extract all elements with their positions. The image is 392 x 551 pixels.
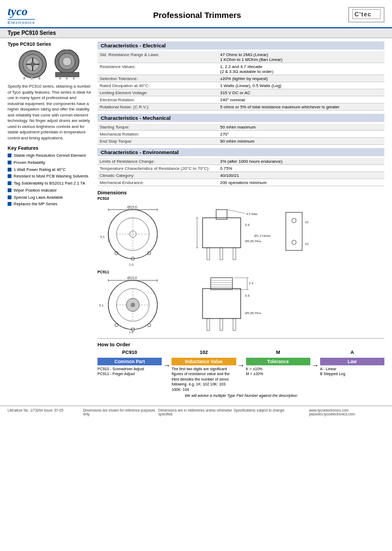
svg-point-48 <box>292 240 296 244</box>
row-label: Limiting Element Voltage: <box>97 89 218 96</box>
features-list: Stable High Resolution Cermet ElementPro… <box>8 153 92 207</box>
svg-text:5.1: 5.1 <box>100 235 105 238</box>
row-label: Selection Tolerance: <box>97 75 218 82</box>
svg-rect-37 <box>233 248 236 260</box>
hto-part1-label: PC910 <box>97 350 162 355</box>
row-value: 3% (after 1000 hours endurance) <box>218 158 384 165</box>
table-row: Selection Tolerance:±20% (tighter by req… <box>97 75 384 82</box>
svg-text:5.1: 5.1 <box>99 304 104 307</box>
svg-rect-66 <box>203 289 241 319</box>
svg-text:Ø0.80 Pins: Ø0.80 Pins <box>245 311 261 315</box>
feature-bullet <box>8 188 11 192</box>
svg-rect-73 <box>220 319 223 330</box>
environmental-header: Characteristics - Environmental <box>97 148 384 156</box>
page-title: Professional Trimmers <box>46 10 348 20</box>
feature-item: Replaces the MP Series <box>8 201 92 207</box>
feature-item: Proven Reliability <box>8 160 92 166</box>
svg-rect-74 <box>233 319 236 330</box>
table-row: Std. Resistance Range & Laws:47 Ohms to … <box>97 51 384 63</box>
hto-title: How to Order <box>97 341 384 347</box>
pc910-drawings: Ø15.0 5.1 1.0 <box>97 201 384 267</box>
svg-text:Ø15.0: Ø15.0 <box>127 205 137 209</box>
list-item: A - Linear <box>320 366 384 371</box>
page-header: tyco Electronics Professional Trimmers C… <box>0 0 392 28</box>
svg-point-13 <box>63 57 71 66</box>
product-description: Specify the PC910 series, obtaining a nu… <box>8 84 92 141</box>
svg-rect-9 <box>31 77 33 79</box>
svg-rect-16 <box>66 77 68 79</box>
list-item: M = ±20% <box>246 371 310 376</box>
list-item: PC911 - Finger Adjust <box>97 371 162 376</box>
svg-point-47 <box>292 218 296 223</box>
table-row: End Stop Torque:90 mNm minimum <box>97 138 384 145</box>
hto-inductance-box: Inductance Value <box>171 358 236 365</box>
hto-col4: Law A - LinearB Stepped Log <box>320 358 384 377</box>
hto-col2: Inductance Value The first two digits ar… <box>171 358 236 392</box>
hto-col1-label-container: PC910 <box>97 350 162 356</box>
svg-point-65 <box>148 323 151 327</box>
feature-text: Tag Solderability to BS2011 Part 2.1 TA <box>14 181 85 186</box>
product-images <box>8 50 92 79</box>
pc911-top-drawing: Ø15.0 5.1 1.0 <box>97 275 182 335</box>
table-row: Limits of Resistance Change:3% (after 10… <box>97 158 384 165</box>
feature-bullet <box>8 195 11 199</box>
svg-point-63 <box>115 323 118 327</box>
electrical-header: Characteristics - Electrical <box>97 41 384 50</box>
product-image-side <box>52 50 82 79</box>
svg-text:C'tec: C'tec <box>354 11 371 17</box>
footer-col4: Specifications subject to change. <box>234 408 309 416</box>
tyco-logo: tyco <box>8 4 28 19</box>
row-value: 315 V DC or AC <box>218 89 384 96</box>
row-value: ±20% (tighter by request) <box>218 75 384 82</box>
type-series-bar: Type PC910 Series <box>0 28 392 38</box>
electrical-table: Std. Resistance Range & Laws:47 Ohms to … <box>97 51 384 111</box>
electronics-label: Electronics <box>8 19 35 25</box>
row-value: 5 ohms or 5% of total resistance maximum… <box>218 103 384 111</box>
svg-text:4.5 Max: 4.5 Max <box>246 212 258 216</box>
svg-rect-10 <box>39 77 40 79</box>
pc911-dim-label: PC911 <box>97 270 384 274</box>
svg-rect-33 <box>203 218 241 248</box>
hto-col1: Common Part PC910 - Screwdriver AdjustPC… <box>97 358 162 377</box>
row-value: 47 Ohms to 2MΩ (Linear)1 KOhm to 1 MOhm … <box>218 51 384 63</box>
table-row: Rated Dissipation at 40°C:1 Watts (Linea… <box>97 82 384 89</box>
svg-text:Ø15.0: Ø15.0 <box>127 276 137 280</box>
hto-col1-desc: PC910 - Screwdriver AdjustPC911 - Finger… <box>97 366 162 377</box>
svg-text:6.9: 6.9 <box>245 223 250 226</box>
svg-text:10: 10 <box>305 221 309 224</box>
feature-text: Proven Reliability <box>14 160 45 166</box>
hto-law-box: Law <box>320 358 384 365</box>
table-row: Mechanical Endurance:200 operations mini… <box>97 179 384 186</box>
row-value: 90 mNm minimum <box>218 138 384 145</box>
hto-col3-label-container: M <box>246 350 310 356</box>
svg-text:6.9: 6.9 <box>245 294 250 297</box>
row-label: Std. Resistance Range & Laws: <box>97 51 218 63</box>
hto-part-labels: PC910 102 M A <box>97 350 384 356</box>
footer-col1: Literature No. 1/73264 Issue: 07-05 <box>8 408 83 416</box>
feature-bullet <box>8 168 11 172</box>
row-value: 40/100/21 <box>218 172 384 179</box>
hto-common-part-box: Common Part <box>97 358 162 365</box>
table-row: Resistance Values:1, 2.2 and 4.7 /decade… <box>97 63 384 75</box>
svg-rect-17 <box>73 77 75 79</box>
feature-bullet <box>8 161 11 164</box>
pc910-cross-drawing: 10 10 <box>278 201 321 267</box>
svg-rect-36 <box>220 248 223 260</box>
feature-bullet <box>8 174 11 178</box>
hto-note: We will advise a multiple Type Part Numb… <box>97 394 384 397</box>
hto-col3: Tolerance K = ±10%M = ±20% <box>246 358 310 377</box>
hto-col4-desc: A - LinearB Stepped Log <box>320 366 384 377</box>
table-row: Temperature Characteristics of Resistanc… <box>97 165 384 172</box>
list-item: K = ±10% <box>246 366 310 371</box>
row-value: 270° <box>218 131 384 138</box>
svg-point-56 <box>131 303 135 307</box>
pc910-side-drawing: 4.5 Max 6.9 Ø0.65 Pins Ø1.3 Holes <box>186 201 273 267</box>
row-label: Climatic Category: <box>97 172 218 179</box>
ctec-logo: C'tec <box>348 7 384 22</box>
svg-rect-67 <box>211 278 232 290</box>
dimensions-title: Dimensions <box>97 189 127 195</box>
table-row: Limiting Element Voltage:315 V DC or AC <box>97 89 384 96</box>
row-label: Rotational Noise: (C.R.V.): <box>97 103 218 111</box>
list-item: PC910 - Screwdriver Adjust <box>97 366 162 371</box>
feature-text: Replaces the MP Series <box>14 201 57 207</box>
